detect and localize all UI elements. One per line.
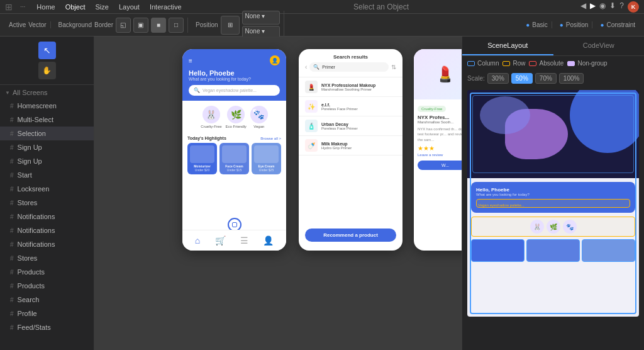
phone2-search-box[interactable]: 🔍 Primer [309,62,389,72]
sidebar-item-label: Profile [18,310,37,317]
phone1-user-nav[interactable]: 👤 [263,235,274,246]
phone1-cat-vegan[interactable]: 🐾 Vegan [250,106,268,128]
scale-30-btn[interactable]: 30% [487,73,509,84]
tool-section-position: ● Position [556,21,593,28]
phone1-cart-nav[interactable]: 🛒 [215,235,226,246]
sidebar-item-lockscreen[interactable]: # Locksreen [0,182,94,196]
phone1-subtitle: What are you looking for today? [189,77,280,81]
phone1-cat-icon-2: 🌿 [227,106,245,123]
legend-absolute-dot [529,61,536,66]
phone1-browse-all[interactable]: Browse all > [260,137,281,140]
bg-btn-3[interactable]: ■ [151,18,166,33]
nav-object[interactable]: Object [65,3,86,11]
phone3-leave-review[interactable]: Leave a review [418,153,462,157]
scale-70-btn[interactable]: 70% [535,73,557,84]
phone2-result-name-4: Milk Makeup [321,142,352,146]
hash-icon: # [10,283,14,290]
phone2-back-icon[interactable]: ‹ [305,64,307,71]
sidebar-item-stores1[interactable]: # Stores [0,196,94,210]
hand-tool[interactable]: ✋ [38,62,56,79]
phone-screen-3[interactable]: 💄 Cruelty-Free NYX Profes... Marshmallow… [414,49,462,251]
sidebar-section-label: All Screens [13,89,48,96]
phone2-result-2[interactable]: ✨ e.l.f. Poreless Face Primer [299,97,402,116]
phone1-cat-cruelty[interactable]: 🐰 Cruelty-Free [201,106,221,128]
sidebar-item-start[interactable]: # Start [0,168,94,182]
sidebar-item-stores2[interactable]: # Stores [0,251,94,265]
sidebar-item-label: Start [18,171,32,179]
preview-column-overlay [472,95,634,173]
bg-btn-4[interactable]: □ [169,18,184,33]
phone-screen-1[interactable]: ≡ 👤 Hello, Phoebe What are you looking f… [182,49,286,251]
sidebar-item-feedstats[interactable]: # Feed/Stats [0,320,94,334]
hash-icon: # [10,324,14,331]
phone1-list-nav[interactable]: ☰ [240,235,248,246]
sidebar-item-products2[interactable]: # Products [0,279,94,293]
scale-50-btn[interactable]: 50% [511,73,533,84]
phone3-action-btn[interactable]: W... [418,161,462,170]
phone1-product-1[interactable]: Moisturizer Under $20 [187,143,217,174]
legend-row-dot [502,61,510,66]
sidebar-item-notif1[interactable]: # Notifications [0,210,94,223]
nav-size[interactable]: Size [95,3,108,11]
phone2-result-1[interactable]: 💄 NYX Professional Makeup Marshmallow So… [299,77,402,97]
phone2-search-icon: 🔍 [313,64,319,70]
preview-phone-content: Hello, Phoebe What are you looking for t… [467,178,639,317]
sidebar-item-products1[interactable]: # Products [0,265,94,279]
app-grid-icon[interactable]: ⊞ [5,2,13,12]
phone1-product-3[interactable]: Eye Cream Under $25 [252,143,281,174]
phone2-result-3[interactable]: 🧴 Urban Decay Poreless Face Primer [299,116,402,136]
help-icon[interactable]: ? [619,1,624,13]
phone2-result-img-4: 🍼 [305,139,318,152]
sidebar-item-notif2[interactable]: # Notifications [0,223,94,237]
phone1-product-2[interactable]: Face Cream Under $15 [219,143,249,174]
phone2-result-4[interactable]: 🍼 Milk Makeup Hydro Grip Primer [299,136,402,155]
sidebar-item-label: Search [18,296,40,303]
phone1-highlights-title: Today's Highlights [187,136,226,140]
sidebar-item-notif3[interactable]: # Notifications [0,237,94,251]
phone1-cat-eco[interactable]: 🌿 Eco Friendly [225,106,246,128]
back-icon[interactable]: ◀ [580,1,586,13]
legend-nongroup-dot [567,61,575,66]
layers-icon[interactable]: ◉ [599,1,606,13]
sidebar-item-profile[interactable]: # Profile [0,307,94,320]
scale-100-btn[interactable]: 100% [559,73,584,84]
nav-home[interactable]: Home [36,3,55,11]
hash-icon: # [10,269,14,276]
sidebar-item-multiselect[interactable]: # Multi-Select [0,113,94,127]
sidebar-item-homescreen[interactable]: # Homescreen [0,99,94,113]
hash-icon: # [10,116,14,123]
sidebar-item-label: Homescreen [18,102,57,110]
download-icon[interactable]: ⬇ [609,1,616,13]
sidebar-item-selection[interactable]: # Selection [0,127,94,140]
bg-btn-1[interactable]: ◱ [116,18,131,33]
play-icon[interactable]: ▶ [590,1,596,13]
sidebar-section-all-screens[interactable]: ▼ All Screens [0,85,94,99]
sidebar-item-search[interactable]: # Search [0,293,94,307]
tab-scene-layout[interactable]: SceneLayout [462,37,553,55]
app-name: ··· [20,3,25,10]
phone1-search-placeholder: Vegan eyeshadow palette... [203,88,275,93]
tab-code-view[interactable]: CodeView [553,37,645,55]
canvas-area[interactable]: ↖ ≡ 👤 Hello, Phoebe What are you looking… [94,37,462,350]
preview-subtitle: What are you looking for today? [476,193,630,196]
phone1-home-nav[interactable]: ⌂ [195,235,200,246]
sidebar-item-signup2[interactable]: # Sign Up [0,154,94,168]
nav-layout[interactable]: Layout [119,3,140,11]
phone2-result-img-1: 💄 [305,81,318,93]
sidebar-item-signup1[interactable]: # Sign Up [0,140,94,154]
bg-btn-2[interactable]: ▣ [133,18,148,33]
pos-grid-btn[interactable]: ⊞ [221,16,240,35]
select-tool[interactable]: ↖ [38,42,56,59]
nav-interactive[interactable]: Interactive [150,3,182,11]
phone2-recommend-btn[interactable]: Recommend a product [305,229,396,242]
phone-screen-2[interactable]: Search results ‹ 🔍 Primer ⇅ 💄 NYX Profes… [299,49,402,251]
avatar[interactable]: K [628,1,639,13]
pos-select-1[interactable]: None ▾ [242,11,280,25]
phone1-product-price-3: Under $25 [254,168,279,172]
phone2-header: Search results ‹ 🔍 Primer ⇅ [299,49,402,77]
phone1-product-img-3 [254,145,279,163]
phone1-highlights-header: Today's Highlights Browse all > [187,136,281,140]
phone2-filter-icon[interactable]: ⇅ [391,64,396,71]
phone1-search-bar[interactable]: 🔍 Vegan eyeshadow palette... [189,85,280,96]
preview-cat-2: 🌿 [547,220,560,234]
